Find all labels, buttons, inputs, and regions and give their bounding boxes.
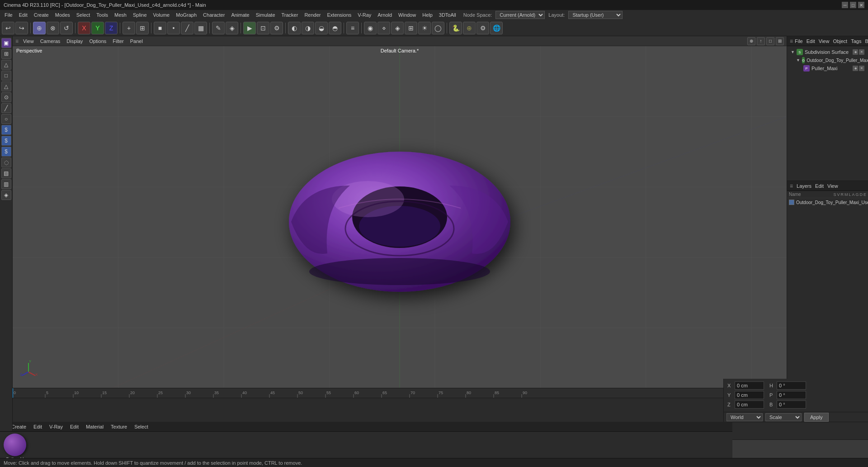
menu-volume[interactable]: Volume	[151, 11, 173, 19]
obj-tab-file[interactable]: File	[795, 38, 803, 44]
menu-render[interactable]: Render	[302, 11, 323, 19]
menu-edit[interactable]: Edit	[16, 11, 30, 19]
h-input[interactable]	[777, 381, 806, 390]
mode-dropdown[interactable]: Scale	[765, 413, 802, 421]
tool-pyramid[interactable]: △	[1, 81, 11, 91]
menu-window[interactable]: Window	[396, 11, 419, 19]
mat-material[interactable]: Material	[84, 423, 105, 430]
toolbar-snap2[interactable]: ⊞	[136, 22, 149, 34]
x-pos-input[interactable]	[735, 381, 764, 390]
viewport-canvas[interactable]: Y X Z	[13, 46, 787, 388]
toolbar-undo[interactable]: ↩	[2, 22, 14, 34]
tool-spiro2[interactable]: $	[1, 136, 11, 146]
z-pos-input[interactable]	[735, 400, 764, 409]
menu-character[interactable]: Character	[200, 11, 227, 19]
toolbar-edge-mode[interactable]: ╱	[181, 22, 193, 34]
tool-cylinder[interactable]: ⊙	[1, 92, 11, 102]
toolbar-obj-mode[interactable]: ■	[154, 22, 166, 34]
obj-menu-icon[interactable]: ≡	[790, 38, 793, 44]
obj-tab-view[interactable]: View	[819, 38, 830, 44]
layers-view-tab[interactable]: View	[827, 183, 838, 189]
toolbar-cam[interactable]: ◯	[432, 22, 444, 34]
menu-file[interactable]: File	[2, 11, 15, 19]
layers-edit-tab[interactable]: Edit	[815, 183, 824, 189]
toolbar-pin[interactable]: ◈	[391, 22, 404, 34]
toolbar-mat2[interactable]: ◑	[302, 22, 314, 34]
menu-modes[interactable]: Modes	[52, 11, 73, 19]
vp-icon-1[interactable]: ⊕	[747, 37, 755, 45]
obj-tab-edit[interactable]: Edit	[807, 38, 815, 44]
obj-tab-bookmarks[interactable]: Bookmarks	[865, 38, 868, 44]
b-input[interactable]	[777, 400, 806, 409]
tool-spiro1[interactable]: $	[1, 125, 11, 135]
vp-menu-icon[interactable]: ≡	[15, 38, 19, 44]
vp-icon-4[interactable]: ⊞	[776, 37, 784, 45]
tool-circle[interactable]: ○	[1, 114, 11, 124]
layout-dropdown[interactable]: Startup (User)	[568, 11, 623, 19]
tool-object[interactable]: ▣	[1, 38, 11, 48]
sub-icon2[interactable]: ✕	[859, 49, 864, 55]
toolbar-mat1[interactable]: ◐	[288, 22, 301, 34]
menu-arnold[interactable]: Arnold	[375, 11, 395, 19]
vp-panel[interactable]: Panel	[128, 38, 145, 45]
pull-icon2[interactable]: ✕	[859, 66, 864, 71]
mat-texture[interactable]: Texture	[109, 423, 129, 430]
toolbar-z[interactable]: Z	[105, 22, 118, 34]
toolbar-poly-mode[interactable]: ▦	[194, 22, 207, 34]
menu-tools[interactable]: Tools	[94, 11, 111, 19]
menu-extensions[interactable]: Extensions	[324, 11, 354, 19]
menu-3dtoall[interactable]: 3DToAll	[436, 11, 459, 19]
layers-tab[interactable]: Layers	[797, 183, 811, 189]
obj-tree-subdivision[interactable]: ▼ S Subdivision Surface ◈ ✕	[789, 48, 866, 56]
vp-cameras[interactable]: Cameras	[38, 38, 62, 45]
vp-display[interactable]: Display	[65, 38, 85, 45]
vp-filter[interactable]: Filter	[111, 38, 125, 45]
menu-simulate[interactable]: Simulate	[253, 11, 278, 19]
tool-paint[interactable]: ◈	[1, 190, 11, 200]
vp-view[interactable]: View	[21, 38, 36, 45]
menu-mograph[interactable]: MoGraph	[173, 11, 199, 19]
maximize-button[interactable]: □	[850, 2, 856, 8]
toolbar-globe[interactable]: 🌐	[490, 22, 503, 34]
vp-icon-2[interactable]: ↑	[757, 37, 765, 45]
tool-hatching[interactable]: ▧	[1, 168, 11, 178]
toolbar-align[interactable]: ≡	[346, 22, 359, 34]
toolbar-paint[interactable]: ✎	[212, 22, 225, 34]
obj-tab-tags[interactable]: Tags	[851, 38, 861, 44]
toolbar-scale[interactable]: ⊗	[47, 22, 59, 34]
toolbar-rotate[interactable]: ↺	[60, 22, 73, 34]
menu-select[interactable]: Select	[74, 11, 93, 19]
menu-vray[interactable]: V-Ray	[355, 11, 374, 19]
toolbar-brush[interactable]: ◉	[364, 22, 377, 34]
toolbar-grid[interactable]: ⊞	[405, 22, 417, 34]
toolbar-render[interactable]: ▶	[243, 22, 256, 34]
mat-edit[interactable]: Edit	[32, 423, 44, 430]
vp-options[interactable]: Options	[87, 38, 108, 45]
toolbar-snap[interactable]: +	[123, 22, 135, 34]
menu-animate[interactable]: Animate	[228, 11, 252, 19]
toolbar-redo[interactable]: ↪	[15, 22, 28, 34]
toolbar-move[interactable]: ⊕	[33, 22, 46, 34]
toolbar-gear[interactable]: ⚙	[476, 22, 489, 34]
toolbar-knife[interactable]: ⋄	[377, 22, 390, 34]
toolbar-sculpt[interactable]: ◈	[226, 22, 238, 34]
mat-edit2[interactable]: Edit	[68, 423, 80, 430]
mat-vray[interactable]: V-Ray	[47, 423, 65, 430]
sub-icon1[interactable]: ◈	[853, 49, 858, 55]
toolbar-render2[interactable]: ⊡	[257, 22, 269, 34]
tool-curve[interactable]: ◌	[1, 157, 11, 167]
vp-icon-3[interactable]: □	[766, 37, 774, 45]
tool-spiro3[interactable]: $	[1, 147, 11, 157]
tool-weave[interactable]: ▥	[1, 179, 11, 189]
obj-tree-puller[interactable]: P Puller_Maxi ◈ ✕	[789, 64, 866, 72]
close-button[interactable]: ✕	[858, 2, 864, 8]
toolbar-mat4[interactable]: ◓	[329, 22, 341, 34]
minimize-button[interactable]: ─	[842, 2, 848, 8]
p-input[interactable]	[777, 391, 806, 399]
tool-triangulate[interactable]: △	[1, 60, 11, 70]
tool-checkerboard[interactable]: ⊞	[1, 49, 11, 59]
menu-create[interactable]: Create	[31, 11, 52, 19]
menu-mesh[interactable]: Mesh	[112, 11, 129, 19]
menu-help[interactable]: Help	[420, 11, 435, 19]
tool-cube[interactable]: □	[1, 71, 11, 81]
